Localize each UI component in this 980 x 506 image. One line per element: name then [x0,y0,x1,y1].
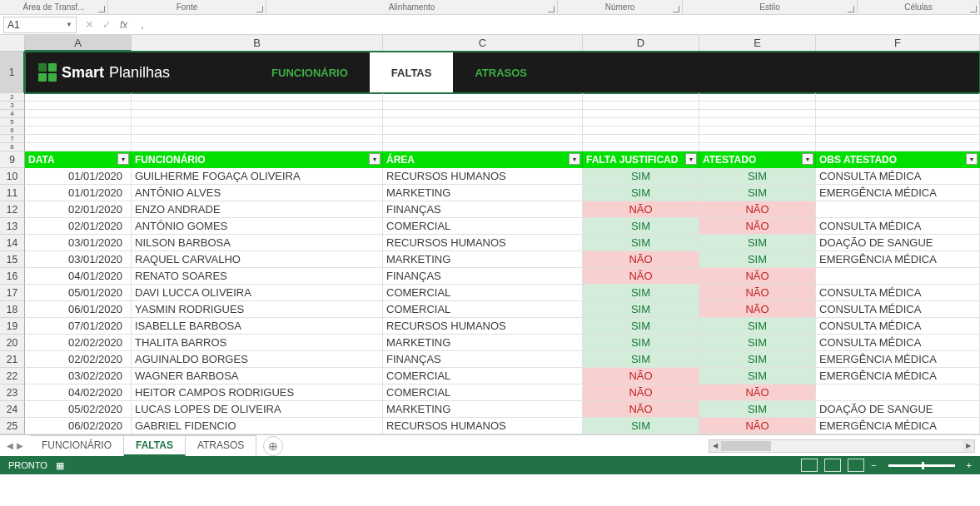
cell[interactable]: NÃO [699,218,816,235]
row-header[interactable]: 11 [0,185,25,201]
cell[interactable]: CONSULTA MÉDICA [816,335,980,351]
row-header[interactable]: 18 [0,301,25,318]
cell[interactable]: RECURSOS HUMANOS [383,418,583,434]
cell[interactable]: NÃO [583,384,699,401]
row-header[interactable]: 8 [0,143,25,151]
cell[interactable]: DOAÇÃO DE SANGUE [816,235,980,251]
filter-dropdown-icon[interactable]: ▼ [117,153,129,165]
cell[interactable]: SIM [699,351,816,368]
filter-dropdown-icon[interactable]: ▼ [569,153,580,165]
cell[interactable]: THALITA BARROS [132,335,383,351]
cell[interactable]: SIM [583,235,699,251]
select-all-corner[interactable] [0,35,25,52]
cell[interactable]: EMERGÊNCIA MÉDICA [816,368,980,384]
cell[interactable]: NÃO [699,201,816,218]
row-header[interactable]: 14 [0,235,25,251]
ribbon-group[interactable]: Fonte [108,0,266,14]
grid[interactable]: Smart PlanilhasFUNCIONÁRIOFALTASATRASOSD… [25,52,980,434]
ribbon-group[interactable]: Número [558,0,683,14]
cell[interactable]: EMERGÊNCIA MÉDICA [816,251,980,268]
cell[interactable]: EMERGÊNCIA MÉDICA [816,185,980,201]
row-header[interactable]: 20 [0,335,25,351]
cell[interactable]: NÃO [699,301,816,318]
cell[interactable]: NÃO [583,401,699,418]
cell[interactable]: YASMIN RODRIGUES [132,301,383,318]
scroll-thumb[interactable] [721,441,771,451]
cell[interactable]: NÃO [583,368,699,384]
cell[interactable]: MARKETING [383,335,583,351]
cell[interactable]: COMERCIAL [383,285,583,301]
filter-dropdown-icon[interactable]: ▼ [685,153,697,165]
cell[interactable]: 04/02/2020 [25,384,132,401]
cell[interactable]: CONSULTA MÉDICA [816,218,980,235]
cell[interactable] [816,384,980,401]
nav-tab-atrasos[interactable]: ATRASOS [453,52,549,93]
cell[interactable]: NÃO [583,268,699,285]
cell[interactable]: ANTÔNIO GOMES [132,218,383,235]
dialog-launcher-icon[interactable] [256,6,263,12]
cell[interactable]: SIM [583,335,699,351]
cell[interactable]: MARKETING [383,251,583,268]
row-header[interactable]: 24 [0,401,25,418]
cell[interactable]: NÃO [583,251,699,268]
row-header[interactable]: 6 [0,126,25,135]
scroll-left-icon[interactable]: ◀ [709,440,721,452]
nav-tab-faltas[interactable]: FALTAS [370,52,454,93]
row-header[interactable]: 16 [0,268,25,285]
cell[interactable]: NILSON BARBOSA [132,235,383,251]
cell[interactable]: 03/01/2020 [25,251,132,268]
ribbon-group[interactable]: Células [858,0,980,14]
row-header[interactable]: 12 [0,201,25,218]
cell[interactable]: 07/01/2020 [25,318,132,335]
row-header[interactable]: 5 [0,118,25,126]
scroll-right-icon[interactable]: ▶ [963,440,974,452]
dialog-launcher-icon[interactable] [548,6,555,12]
table-header-cell[interactable]: FALTA JUSTIFICAD▼ [583,151,699,168]
cell[interactable]: GABRIEL FIDENCIO [132,418,383,434]
column-header[interactable]: D [583,35,699,52]
cell[interactable]: COMERCIAL [383,384,583,401]
cell[interactable]: 05/01/2020 [25,285,132,301]
cell[interactable]: RENATO SOARES [132,268,383,285]
cell[interactable]: SIM [699,368,816,384]
row-header[interactable]: 2 [0,93,25,102]
cell[interactable]: ISABELLE BARBOSA [132,318,383,335]
column-header[interactable]: B [132,35,383,52]
dialog-launcher-icon[interactable] [970,6,977,12]
row-header[interactable]: 19 [0,318,25,335]
table-header-cell[interactable]: DATA▼ [25,151,132,168]
cell[interactable]: SIM [583,185,699,201]
row-header[interactable]: 4 [0,110,25,118]
cell[interactable]: SIM [699,168,816,185]
column-header[interactable]: F [816,35,980,52]
cell[interactable]: SIM [699,235,816,251]
cell[interactable]: MARKETING [383,185,583,201]
row-header[interactable]: 3 [0,102,25,110]
cell[interactable]: HEITOR CAMPOS RODRIGUES [132,384,383,401]
row-header[interactable]: 13 [0,218,25,235]
cell[interactable]: EMERGÊNCIA MÉDICA [816,418,980,434]
zoom-out-icon[interactable]: − [871,460,876,470]
cell[interactable]: 05/02/2020 [25,401,132,418]
cell[interactable]: SIM [583,218,699,235]
cell[interactable]: SIM [583,351,699,368]
cell[interactable]: 03/01/2020 [25,235,132,251]
filter-dropdown-icon[interactable]: ▼ [802,153,813,165]
cell[interactable]: COMERCIAL [383,218,583,235]
cell[interactable]: RECURSOS HUMANOS [383,235,583,251]
cell[interactable]: COMERCIAL [383,368,583,384]
cell[interactable] [816,201,980,218]
row-header[interactable]: 22 [0,368,25,384]
cell[interactable]: SIM [583,168,699,185]
table-header-cell[interactable]: FUNCIONÁRIO▼ [132,151,383,168]
add-sheet-button[interactable]: ⊕ [263,436,283,456]
cell[interactable]: WAGNER BARBOSA [132,368,383,384]
dropdown-icon[interactable]: ▼ [66,21,72,28]
cell[interactable]: RECURSOS HUMANOS [383,318,583,335]
table-header-cell[interactable]: OBS ATESTADO▼ [816,151,980,168]
cell[interactable] [816,268,980,285]
cell[interactable]: 02/01/2020 [25,201,132,218]
cell[interactable]: DOAÇÃO DE SANGUE [816,401,980,418]
view-pagebreak-icon[interactable] [848,459,864,472]
dialog-launcher-icon[interactable] [98,6,105,12]
